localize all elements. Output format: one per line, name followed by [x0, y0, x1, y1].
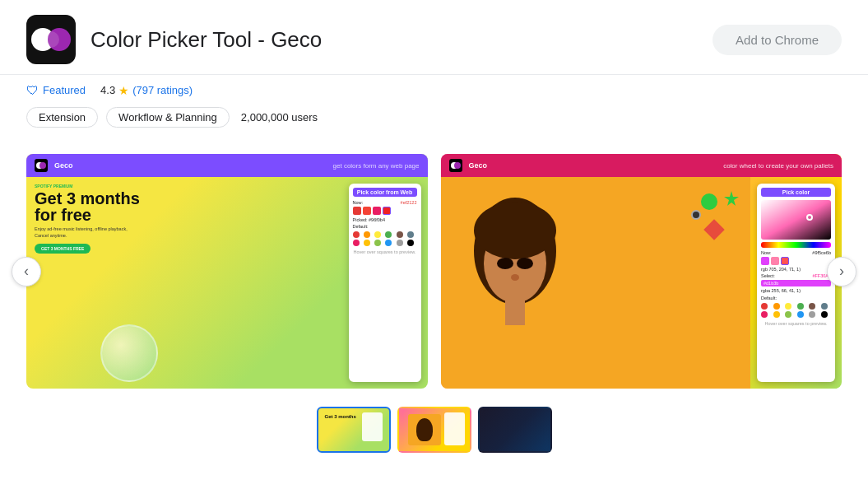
ss1-swatches: [353, 207, 417, 215]
ss1-subtext: Enjoy ad-free music listening, offline p…: [35, 226, 334, 239]
featured-label: Featured: [43, 84, 86, 96]
featured-badge: 🛡 Featured: [26, 83, 86, 97]
ss1-bubble: [100, 324, 158, 382]
svg-point-13: [497, 258, 513, 269]
thumb-3-inner: [480, 408, 550, 451]
featured-icon: 🛡: [26, 83, 39, 97]
ss2-rgb-label: rgb 705, 204, 71, 1): [761, 267, 831, 272]
ss1-tagline: get colors form any web page: [333, 162, 420, 170]
thumbnail-3[interactable]: [478, 407, 552, 453]
ss2-now-row: Now: #9f5ce6b: [761, 250, 831, 255]
thumbnail-1[interactable]: Get 3 months: [317, 407, 391, 453]
ss1-now-label: Now:: [353, 200, 364, 205]
screenshot-1: Geco get colors form any web page SPOTIF…: [26, 154, 428, 389]
svg-point-3: [43, 31, 59, 48]
tag-extension[interactable]: Extension: [26, 107, 98, 128]
app-title: Color Picker Tool - Geco: [91, 27, 713, 53]
ss2-topbar: Geco color wheel to create your own pall…: [441, 154, 842, 177]
ratings-count: 797 ratings: [136, 84, 188, 96]
ss2-rainbow-bar: [761, 242, 831, 248]
screenshot-container: Geco get colors form any web page SPOTIF…: [26, 154, 842, 389]
ss1-picker-panel: Pick color from Web Now: #ef2122 Picked:…: [349, 184, 421, 382]
rating: 4.3 ★ (797 ratings): [100, 84, 193, 97]
tag-workflow[interactable]: Workflow & Planning: [106, 107, 230, 128]
ss2-select-row: Select: #FF30A4: [761, 273, 831, 278]
ss2-tagline: color wheel to create your own pallets: [723, 162, 833, 170]
ss2-content: Pick color Now: #9f5ce6b: [441, 177, 842, 389]
app-logo: [26, 15, 76, 64]
users-count: 2,000,000 users: [241, 111, 318, 123]
ss1-default-label: Default:: [353, 224, 417, 229]
meta-row: 🛡 Featured 4.3 ★ (797 ratings): [0, 75, 868, 102]
thumb-2-inner: [399, 408, 470, 451]
screenshots-section: ‹ Geco get colors form any web page SPOT…: [0, 137, 868, 398]
ss2-default-label: Default:: [761, 296, 831, 300]
ss2-dot-dark: [691, 210, 701, 220]
ss1-logo: [35, 159, 48, 172]
ss2-picked-swatches: [761, 257, 831, 265]
ss1-brand: Geco: [54, 161, 73, 170]
ss1-headline: Get 3 monthsfor free: [35, 190, 334, 223]
ss2-burst: [722, 189, 734, 201]
ss1-content: SPOTIFY PREMIUM Get 3 monthsfor free Enj…: [26, 177, 428, 389]
ss1-cta: GET 3 MONTHS FREE: [35, 244, 91, 254]
screenshot-2: Geco color wheel to create your own pall…: [441, 154, 842, 389]
rating-value: 4.3: [100, 84, 115, 96]
star-icon: ★: [118, 84, 129, 97]
ss2-picker-title: Pick color: [761, 188, 831, 197]
svg-point-7: [454, 162, 461, 169]
ss2-gradient-cursor: [806, 214, 813, 221]
app-header: Color Picker Tool - Geco Add to Chrome: [0, 0, 868, 75]
ss2-now-label: Now:: [761, 250, 772, 255]
ss2-dot-green: [701, 193, 717, 210]
ss1-now-row: Now: #ef2122: [353, 200, 417, 205]
add-to-chrome-button[interactable]: Add to Chrome: [713, 25, 842, 55]
tags-row: Extension Workflow & Planning 2,000,000 …: [0, 102, 868, 137]
ss2-illustration: [441, 177, 751, 389]
ss2-figure: [466, 185, 573, 333]
ss2-logo: [449, 159, 462, 172]
svg-point-11: [474, 202, 556, 259]
prev-screenshot-button[interactable]: ‹: [12, 257, 41, 286]
svg-point-14: [517, 258, 533, 269]
ss1-color-grid: [353, 231, 417, 246]
ss1-spotify-label: SPOTIFY PREMIUM: [35, 184, 334, 189]
ss2-hex-label: #d1b3b: [761, 280, 831, 286]
ss2-rgba-label: rgba 255, 66, 41, 1): [761, 288, 831, 293]
thumbnails-row: Get 3 months: [0, 398, 868, 461]
svg-rect-12: [505, 300, 525, 325]
ss2-preview-note: Hover over squares to preview.: [761, 321, 831, 326]
thumb-1-inner: Get 3 months: [318, 408, 389, 451]
thumbnail-2[interactable]: [397, 407, 471, 453]
ss1-picker-title: Pick color from Web: [353, 188, 417, 197]
ss2-brand: Geco: [469, 161, 488, 170]
svg-marker-16: [724, 191, 739, 206]
svg-point-5: [39, 162, 46, 169]
ss2-now-value: #9f5ce6b: [812, 250, 831, 255]
svg-point-15: [511, 274, 519, 281]
next-screenshot-button[interactable]: ›: [827, 257, 856, 286]
screenshots-main: ‹ Geco get colors form any web page SPOT…: [26, 154, 842, 389]
ss2-diamond: [703, 219, 724, 240]
ss2-color-grid: [761, 303, 831, 318]
ss2-gradient-box: [761, 200, 831, 240]
ss1-picked-row: Picked: #96f0b4: [353, 217, 417, 222]
ss2-picker-panel: Pick color Now: #9f5ce6b: [757, 184, 835, 382]
ss1-now-color: #ef2122: [401, 200, 417, 205]
ratings-link[interactable]: (797 ratings): [132, 84, 193, 96]
ss2-select-label: Select:: [761, 273, 775, 278]
ss1-preview-note: Hover over squares to preview.: [353, 249, 417, 254]
ss1-topbar: Geco get colors form any web page: [26, 154, 428, 177]
